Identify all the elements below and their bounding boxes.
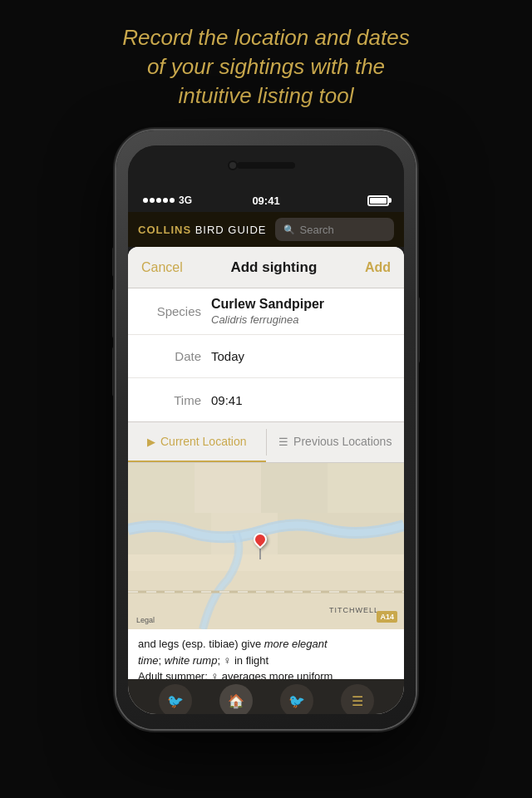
network-label: 3G	[179, 195, 192, 206]
phone-wrapper: 3G 09:41 COLLINS BIRD GUIDE 🔍 Search	[116, 131, 416, 729]
nav-home-button[interactable]: 🏠	[219, 684, 253, 714]
signal-area: 3G	[143, 195, 192, 206]
species-primary: Curlew Sandpiper	[211, 297, 324, 312]
svg-rect-8	[128, 571, 404, 629]
species-label: Species	[141, 304, 201, 318]
nav-bird-left-button[interactable]: 🐦	[159, 684, 192, 714]
species-secondary: Calidris ferruginea	[211, 313, 324, 326]
date-row[interactable]: Date Today	[128, 335, 404, 378]
speaker-icon	[237, 162, 295, 169]
species-row: Species Curlew Sandpiper Calidris ferrug…	[128, 288, 404, 335]
search-icon: 🔍	[283, 224, 295, 235]
signal-dots	[143, 198, 175, 203]
svg-rect-1	[128, 463, 195, 513]
species-value-block: Curlew Sandpiper Calidris ferruginea	[211, 297, 324, 326]
map-place-label: TITCHWELL	[329, 606, 379, 614]
in-flight-text: in flight	[234, 654, 268, 667]
date-value: Today	[211, 349, 244, 363]
location-tabs: ▶ Current Location ☰ Previous Locations	[128, 422, 404, 463]
time-value: 09:41	[211, 393, 243, 407]
map-road-badge: A14	[377, 611, 397, 623]
bottom-text-area: and legs (esp. tibiae) give more elegant…	[128, 629, 404, 679]
current-location-label: Current Location	[160, 435, 247, 448]
modal-sheet: Cancel Add sighting Add Species Curlew S…	[128, 247, 404, 714]
signal-dot-4	[163, 198, 168, 203]
modal-header: Cancel Add sighting Add	[128, 247, 404, 288]
phone-screen: 3G 09:41 COLLINS BIRD GUIDE 🔍 Search	[128, 145, 404, 714]
time-label: Time	[141, 393, 201, 407]
hero-text-block: Record the location and dates of your si…	[72, 0, 459, 127]
previous-locations-label: Previous Locations	[293, 435, 392, 448]
time-row[interactable]: Time 09:41	[128, 378, 404, 421]
app-title-collins: COLLINS	[138, 224, 191, 236]
current-location-tab[interactable]: ▶ Current Location	[128, 422, 266, 462]
previous-locations-icon: ☰	[278, 436, 288, 448]
svg-rect-3	[261, 463, 328, 513]
bird-right-icon: 🐦	[288, 693, 305, 709]
battery-fill	[370, 198, 387, 204]
power-button[interactable]	[416, 297, 420, 363]
bottom-nav: 🐦 🏠 🐦 ☰	[128, 679, 404, 714]
form-section: Species Curlew Sandpiper Calidris ferrug…	[128, 288, 404, 422]
cancel-button[interactable]: Cancel	[141, 260, 183, 275]
map-pin	[254, 533, 267, 559]
hero-line3: intuitive listing tool	[178, 83, 353, 108]
nav-bird-right-button[interactable]: 🐦	[280, 684, 313, 714]
bottom-text-line2: time; white rump; ♀ in flight	[138, 654, 268, 667]
modal-title: Add sighting	[230, 259, 317, 276]
svg-rect-4	[328, 463, 404, 513]
phone-top-bar	[128, 145, 404, 189]
bird-left-icon: 🐦	[167, 693, 184, 709]
hero-line1: Record the location and dates	[122, 25, 409, 50]
nav-search-bar[interactable]: 🔍 Search	[275, 218, 394, 241]
battery-indicator	[367, 195, 389, 206]
date-label: Date	[141, 349, 201, 363]
previous-locations-tab[interactable]: ☰ Previous Locations	[267, 422, 405, 462]
add-button[interactable]: Add	[365, 260, 391, 275]
map-legal-label: Legal	[136, 616, 155, 624]
bottom-text-line1: and legs (esp. tibiae) give more elegant	[138, 638, 328, 650]
app-title-rest: BIRD GUIDE	[191, 224, 266, 236]
signal-dot-3	[156, 198, 161, 203]
home-icon: 🏠	[228, 693, 244, 709]
app-nav-bar: COLLINS BIRD GUIDE 🔍 Search	[128, 212, 404, 247]
hero-line2: of your sightings with the	[147, 54, 385, 79]
nav-menu-button[interactable]: ☰	[341, 684, 374, 714]
phone-shell: 3G 09:41 COLLINS BIRD GUIDE 🔍 Search	[116, 131, 416, 729]
status-time: 09:41	[252, 195, 279, 207]
battery-icon	[367, 195, 389, 206]
search-placeholder-text: Search	[300, 224, 334, 236]
app-logo: COLLINS BIRD GUIDE	[138, 224, 267, 236]
svg-rect-2	[195, 463, 261, 513]
map-pin-dot	[251, 530, 270, 549]
bottom-text-line3: Adult summer: ♀ averages more uniform	[138, 670, 332, 679]
menu-icon: ☰	[352, 693, 363, 709]
signal-dot-2	[150, 198, 155, 203]
current-location-icon: ▶	[147, 436, 155, 448]
signal-dot-5	[170, 198, 175, 203]
status-bar: 3G 09:41	[128, 189, 404, 212]
signal-dot-1	[143, 198, 148, 203]
map-area[interactable]: Legal TITCHWELL A14	[128, 463, 404, 629]
